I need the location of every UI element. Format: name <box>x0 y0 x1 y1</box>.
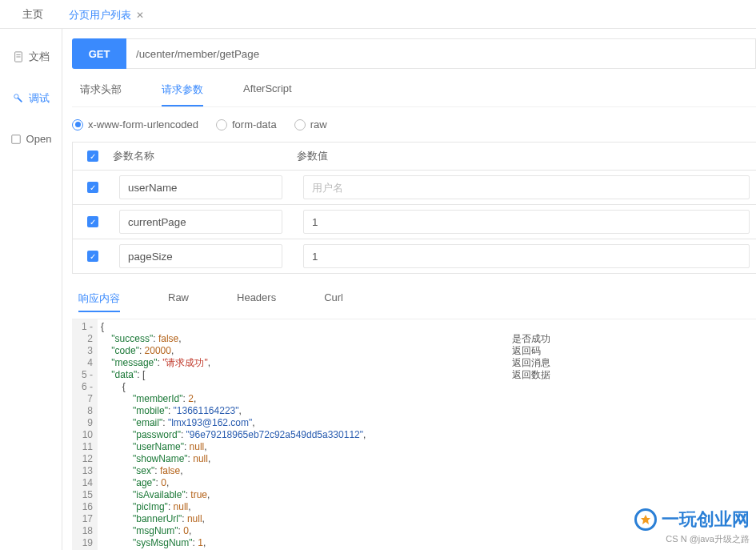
sidebar-item-label: Open <box>26 133 52 145</box>
param-value-input[interactable] <box>303 244 750 268</box>
close-icon[interactable]: ✕ <box>136 10 144 21</box>
checkbox-all[interactable]: ✓ <box>87 151 98 162</box>
radio-icon <box>216 119 227 130</box>
body-type-radio-group: x-www-form-urlencoded form-data raw <box>72 107 756 142</box>
page-icon <box>10 134 22 145</box>
url-bar: GET <box>72 38 756 69</box>
param-row: ✓ <box>73 239 756 273</box>
col-header-value: 参数值 <box>297 143 756 170</box>
watermark-text: 一玩创业网 <box>662 508 750 532</box>
checkbox[interactable]: ✓ <box>87 216 98 227</box>
tab-after-script[interactable]: AfterScript <box>243 82 292 106</box>
watermark-sub: @java升级之路 <box>690 534 750 544</box>
tab-resp-content[interactable]: 响应内容 <box>78 291 120 312</box>
sidebar-item-open[interactable]: Open <box>10 133 52 145</box>
url-input[interactable] <box>126 38 756 69</box>
param-value-input[interactable] <box>303 210 750 234</box>
tab-label: 分页用户列表 <box>69 8 131 22</box>
param-table: ✓ 参数名称 参数值 ✓ ✓ ✓ <box>72 142 756 274</box>
param-name-input[interactable] <box>119 175 282 199</box>
radio-icon <box>72 119 83 130</box>
svg-line-4 <box>18 98 22 102</box>
tab-req-headers[interactable]: 请求头部 <box>80 82 122 106</box>
radio-urlencoded[interactable]: x-www-form-urlencoded <box>72 118 198 130</box>
param-row: ✓ <box>73 204 756 239</box>
tab-label: 主页 <box>22 7 43 22</box>
wrench-icon <box>13 93 24 104</box>
checkbox[interactable]: ✓ <box>87 182 98 193</box>
response-code[interactable]: 1 -2345 -6 -7891011121314151617181920212… <box>72 319 440 550</box>
param-name-input[interactable] <box>119 210 282 234</box>
svg-rect-5 <box>11 134 20 143</box>
doc-icon <box>13 51 24 62</box>
radio-icon <box>294 119 306 130</box>
sidebar-item-label: 文档 <box>29 50 50 64</box>
watermark-sub-prefix: CS N <box>666 534 686 544</box>
col-header-name: 参数名称 <box>113 143 289 170</box>
top-tabs: 主页 分页用户列表 ✕ <box>0 0 756 29</box>
radio-label: raw <box>310 118 327 130</box>
tab-resp-raw[interactable]: Raw <box>168 291 189 312</box>
main-panel: GET 请求头部 请求参数 AfterScript x-www-form-url… <box>62 29 756 550</box>
param-header-row: ✓ 参数名称 参数值 <box>73 143 756 170</box>
watermark: 一玩创业网 CS N @java升级之路 <box>634 508 750 545</box>
tab-page-users[interactable]: 分页用户列表 ✕ <box>56 0 157 28</box>
response-annotations: 是否成功返回码返回消息返回数据总条数分页信息 <box>440 319 550 550</box>
response-tabs: 响应内容 Raw Headers Curl <box>72 274 756 319</box>
sidebar-item-doc[interactable]: 文档 <box>13 50 50 64</box>
param-row: ✓ <box>73 170 756 204</box>
sidebar-item-debug[interactable]: 调试 <box>13 91 50 106</box>
radio-formdata[interactable]: form-data <box>216 118 277 130</box>
param-value-input[interactable] <box>303 175 750 199</box>
tab-resp-headers[interactable]: Headers <box>237 291 276 312</box>
checkbox[interactable]: ✓ <box>87 251 98 262</box>
watermark-logo-icon <box>634 508 657 531</box>
request-tabs: 请求头部 请求参数 AfterScript <box>72 73 756 107</box>
param-name-input[interactable] <box>119 244 282 268</box>
radio-raw[interactable]: raw <box>294 118 327 130</box>
radio-label: x-www-form-urlencoded <box>88 118 198 130</box>
tab-home[interactable]: 主页 <box>10 0 56 28</box>
tab-resp-curl[interactable]: Curl <box>324 291 343 312</box>
sidebar: 文档 调试 Open <box>0 29 62 550</box>
radio-label: form-data <box>232 118 277 130</box>
sidebar-item-label: 调试 <box>29 91 50 106</box>
method-select[interactable]: GET <box>72 38 126 69</box>
tab-req-params[interactable]: 请求参数 <box>162 82 203 106</box>
